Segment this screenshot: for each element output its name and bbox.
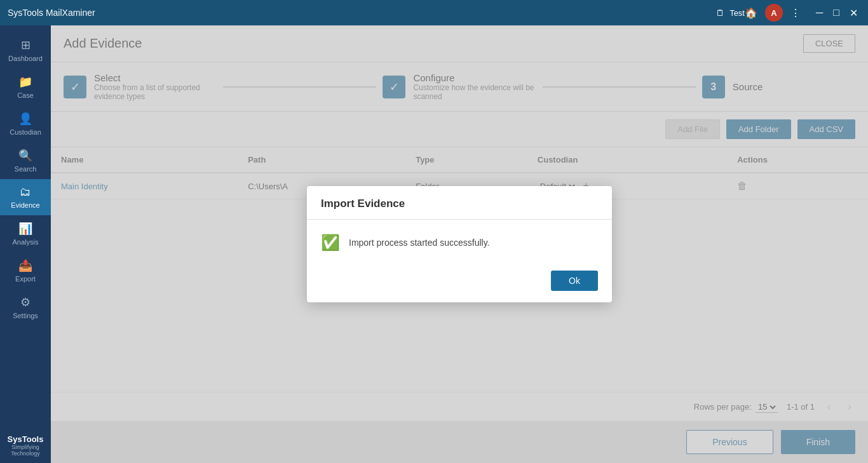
menu-icon[interactable]: ⋮ xyxy=(790,7,801,19)
app-body: ⊞ Dashboard 📁 Case 👤 Custodian 🔍 Search … xyxy=(0,25,868,463)
avatar[interactable]: A xyxy=(765,4,783,22)
sidebar-item-analysis[interactable]: 📊 Analysis xyxy=(0,215,51,252)
home-icon[interactable]: 🏠 xyxy=(745,7,757,19)
evidence-icon: 🗂 xyxy=(20,185,31,199)
case-info: 🗒 Test xyxy=(716,8,745,18)
sidebar-item-evidence[interactable]: 🗂 Evidence xyxy=(0,179,51,215)
ok-button[interactable]: Ok xyxy=(551,271,598,291)
sidebar-label-search: Search xyxy=(15,165,37,173)
sidebar: ⊞ Dashboard 📁 Case 👤 Custodian 🔍 Search … xyxy=(0,25,51,463)
case-icon: 🗒 xyxy=(716,8,724,18)
sidebar-item-search[interactable]: 🔍 Search xyxy=(0,142,51,179)
modal-title: Import Evidence xyxy=(321,198,405,210)
sidebar-label-dashboard: Dashboard xyxy=(8,55,43,62)
sidebar-item-dashboard[interactable]: ⊞ Dashboard xyxy=(0,32,51,69)
main-content: Add Evidence CLOSE ✓ Select Choose from … xyxy=(51,25,868,463)
analysis-icon: 📊 xyxy=(18,222,32,236)
settings-icon: ⚙ xyxy=(20,295,31,309)
logo-subtext: Simplifying Technology xyxy=(6,444,44,457)
logo-text: SysTools xyxy=(6,434,44,444)
sidebar-label-case: Case xyxy=(17,91,34,99)
modal-overlay: Import Evidence ✅ Import process started… xyxy=(51,25,868,463)
maximize-button[interactable]: □ xyxy=(831,6,842,20)
case-icon-sidebar: 📁 xyxy=(18,75,32,89)
modal-footer: Ok xyxy=(307,263,612,302)
sidebar-label-settings: Settings xyxy=(13,312,38,319)
success-icon: ✅ xyxy=(321,234,340,252)
sidebar-item-settings[interactable]: ⚙ Settings xyxy=(0,289,51,326)
app-title: SysTools MailXaminer xyxy=(8,8,716,18)
sidebar-label-evidence: Evidence xyxy=(11,201,39,209)
window-controls: ─ □ ✕ xyxy=(813,6,860,20)
sidebar-label-custodian: Custodian xyxy=(10,128,41,136)
modal-message: Import process started successfully. xyxy=(349,238,489,248)
minimize-button[interactable]: ─ xyxy=(813,6,825,20)
close-window-button[interactable]: ✕ xyxy=(847,6,860,20)
sidebar-item-export[interactable]: 📤 Export xyxy=(0,252,51,289)
sidebar-label-export: Export xyxy=(15,275,36,283)
export-icon: 📤 xyxy=(18,258,32,272)
sidebar-item-case[interactable]: 📁 Case xyxy=(0,69,51,105)
case-name: Test xyxy=(729,8,745,18)
import-evidence-modal: Import Evidence ✅ Import process started… xyxy=(307,186,612,302)
custodian-icon: 👤 xyxy=(18,112,32,126)
modal-header: Import Evidence xyxy=(307,186,612,220)
dashboard-icon: ⊞ xyxy=(21,38,31,52)
sidebar-logo: SysTools Simplifying Technology xyxy=(0,428,51,463)
sidebar-item-custodian[interactable]: 👤 Custodian xyxy=(0,105,51,142)
modal-body: ✅ Import process started successfully. xyxy=(307,220,612,263)
title-bar: SysTools MailXaminer 🗒 Test 🏠 A ⋮ ─ □ ✕ xyxy=(0,0,868,25)
search-icon: 🔍 xyxy=(18,149,32,163)
sidebar-label-analysis: Analysis xyxy=(13,238,39,246)
title-bar-icons: 🏠 A ⋮ ─ □ ✕ xyxy=(745,4,860,22)
